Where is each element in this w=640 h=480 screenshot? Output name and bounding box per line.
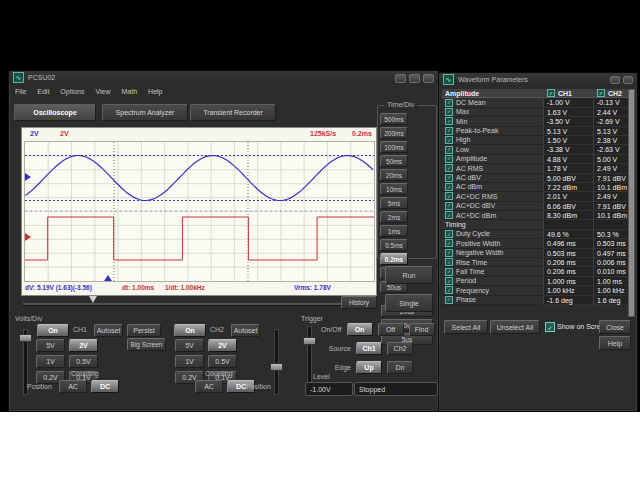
menu-options[interactable]: Options bbox=[60, 88, 84, 95]
trigger-find-button[interactable]: Find bbox=[409, 323, 435, 336]
param-toggle-icon[interactable]: ✓ bbox=[445, 155, 453, 163]
scope-header: 2V 2V 125kS/s 0.2ms bbox=[22, 128, 376, 141]
params-titlebar[interactable]: ∿ Waveform Parameters bbox=[439, 73, 637, 86]
ch1-5V-button[interactable]: 5V bbox=[36, 339, 65, 352]
param-toggle-icon[interactable]: ✓ bbox=[445, 108, 453, 116]
ch1-coupling-ac-button[interactable]: AC bbox=[59, 380, 87, 393]
ch2-0.5V-button[interactable]: 0.5V bbox=[208, 355, 237, 368]
tab-oscilloscope[interactable]: Oscilloscope bbox=[14, 104, 96, 121]
params-close-button[interactable] bbox=[623, 76, 633, 84]
ch2-5V-button[interactable]: 5V bbox=[175, 339, 204, 352]
timediv-10ms-button[interactable]: 10ms bbox=[380, 183, 408, 195]
trigger-up-button[interactable]: Up bbox=[356, 361, 382, 374]
ch2-1V-button[interactable]: 1V bbox=[175, 355, 204, 368]
param-toggle-icon[interactable]: ✓ bbox=[445, 136, 453, 144]
menu-help[interactable]: Help bbox=[148, 88, 162, 95]
unselect-all-button[interactable]: Unselect All bbox=[490, 320, 540, 334]
menu-math[interactable]: Math bbox=[122, 88, 138, 95]
timediv-200ms-button[interactable]: 200ms bbox=[380, 127, 408, 139]
param-toggle-icon[interactable]: ✓ bbox=[445, 211, 453, 219]
ch1-autoset-button[interactable]: Autoset bbox=[94, 324, 123, 337]
timediv-2ms-button[interactable]: 2ms bbox=[380, 211, 408, 223]
ch2-coupling-ac-button[interactable]: AC bbox=[195, 380, 223, 393]
ch2-position-handle[interactable] bbox=[270, 363, 283, 371]
param-toggle-icon[interactable]: ✓ bbox=[445, 249, 453, 257]
timediv-500ms-button[interactable]: 500ms bbox=[380, 113, 408, 125]
trigger-on-button[interactable]: On bbox=[347, 323, 373, 336]
ch2-autoset-button[interactable]: Autoset bbox=[231, 324, 260, 337]
param-toggle-icon[interactable]: ✓ bbox=[445, 164, 453, 172]
trigger-dn-button[interactable]: Dn bbox=[387, 361, 413, 374]
trigger-off-button[interactable]: Off bbox=[378, 323, 404, 336]
timediv-20ms-button[interactable]: 20ms bbox=[380, 169, 408, 181]
param-value-cell bbox=[543, 220, 593, 229]
param-toggle-icon[interactable]: ✓ bbox=[445, 239, 453, 247]
channel-toggle-icon[interactable]: ✓ bbox=[597, 89, 605, 97]
timediv-100ms-button[interactable]: 100ms bbox=[380, 141, 408, 153]
param-toggle-icon[interactable]: ✓ bbox=[445, 286, 453, 294]
single-button[interactable]: Single bbox=[385, 294, 433, 312]
param-table-scrollbar[interactable] bbox=[628, 89, 635, 317]
param-toggle-icon[interactable]: ✓ bbox=[445, 183, 453, 191]
trigger-level-handle[interactable] bbox=[303, 337, 316, 345]
ch1-on-button[interactable]: On bbox=[37, 324, 69, 337]
select-all-button[interactable]: Select All bbox=[444, 320, 488, 334]
ch1-2V-button[interactable]: 2V bbox=[69, 339, 98, 352]
tab-spectrum-analyzer[interactable]: Spectrum Analyzer bbox=[102, 104, 188, 121]
param-toggle-icon[interactable]: ✓ bbox=[445, 99, 453, 107]
param-table: Amplitude✓CH1✓CH2✓DC Mean-1.00 V-0.13 V✓… bbox=[442, 89, 629, 305]
timediv-1ms-button[interactable]: 1ms bbox=[380, 225, 408, 237]
run-button[interactable]: Run bbox=[385, 266, 433, 284]
timediv-5ms-button[interactable]: 5ms bbox=[380, 197, 408, 209]
ch1-1V-button[interactable]: 1V bbox=[36, 355, 65, 368]
trigger-level-label: Level bbox=[313, 373, 330, 380]
scope-grid[interactable] bbox=[24, 141, 375, 282]
ch1-coupling-dc-button[interactable]: DC bbox=[91, 380, 119, 393]
ch1-coupling-label: Coupling bbox=[71, 370, 99, 377]
param-toggle-icon[interactable]: ✓ bbox=[445, 202, 453, 210]
channel-toggle-icon[interactable]: ✓ bbox=[547, 89, 555, 97]
param-toggle-icon[interactable]: ✓ bbox=[445, 296, 453, 304]
ch2-2V-button[interactable]: 2V bbox=[208, 339, 237, 352]
ch2-on-button[interactable]: On bbox=[174, 324, 206, 337]
param-toggle-icon[interactable]: ✓ bbox=[445, 277, 453, 285]
ch1-position-handle[interactable] bbox=[19, 334, 32, 342]
param-value-cell: -2.63 V bbox=[593, 145, 629, 154]
ch2-position-track[interactable] bbox=[274, 329, 279, 395]
minimize-button[interactable] bbox=[395, 74, 406, 83]
close-button[interactable] bbox=[423, 74, 434, 83]
trigger-ch2-button[interactable]: Ch2 bbox=[387, 342, 413, 355]
menu-file[interactable]: File bbox=[15, 88, 26, 95]
tab-transient-recorder[interactable]: Transient Recorder bbox=[190, 104, 276, 121]
scope-scroll-thumb[interactable] bbox=[89, 296, 97, 303]
param-row: ✓AC+DC dBm8.30 dBm10.1 dBm bbox=[442, 211, 629, 220]
timediv-0.5ms-button[interactable]: 0.5ms bbox=[380, 239, 408, 251]
persist-button[interactable]: Persist bbox=[127, 324, 161, 337]
ch1-voltsdiv-readout: 2V bbox=[30, 130, 39, 137]
param-toggle-icon[interactable]: ✓ bbox=[445, 192, 453, 200]
params-close-action-button[interactable]: Close bbox=[599, 320, 631, 334]
param-toggle-icon[interactable]: ✓ bbox=[445, 230, 453, 238]
param-toggle-icon[interactable]: ✓ bbox=[445, 146, 453, 154]
menu-edit[interactable]: Edit bbox=[37, 88, 49, 95]
trigger-status: Stopped bbox=[354, 382, 438, 396]
ch1-0.5V-button[interactable]: 0.5V bbox=[69, 355, 98, 368]
main-titlebar[interactable]: ∿ PCSU02 bbox=[9, 71, 438, 84]
param-toggle-icon[interactable]: ✓ bbox=[445, 258, 453, 266]
maximize-button[interactable] bbox=[409, 74, 420, 83]
timediv-50ms-button[interactable]: 50ms bbox=[380, 155, 408, 167]
param-toggle-icon[interactable]: ✓ bbox=[445, 117, 453, 125]
history-button[interactable]: History bbox=[341, 296, 377, 309]
scope-scroll-track[interactable] bbox=[23, 303, 353, 306]
show-on-screen-checkbox[interactable]: ✓ bbox=[545, 322, 555, 332]
param-toggle-icon[interactable]: ✓ bbox=[445, 268, 453, 276]
param-toggle-icon[interactable]: ✓ bbox=[445, 127, 453, 135]
param-toggle-icon[interactable]: ✓ bbox=[445, 174, 453, 182]
menu-view[interactable]: View bbox=[95, 88, 110, 95]
params-help-button[interactable]: Help bbox=[599, 336, 631, 350]
timediv-0.2ms-button[interactable]: 0.2ms bbox=[380, 253, 408, 265]
trigger-ch1-button[interactable]: Ch1 bbox=[356, 342, 382, 355]
big-screen-button[interactable]: Big Screen bbox=[127, 338, 166, 351]
params-minimize-button[interactable] bbox=[610, 76, 620, 84]
param-value-cell: 1.00 ms bbox=[593, 277, 629, 286]
